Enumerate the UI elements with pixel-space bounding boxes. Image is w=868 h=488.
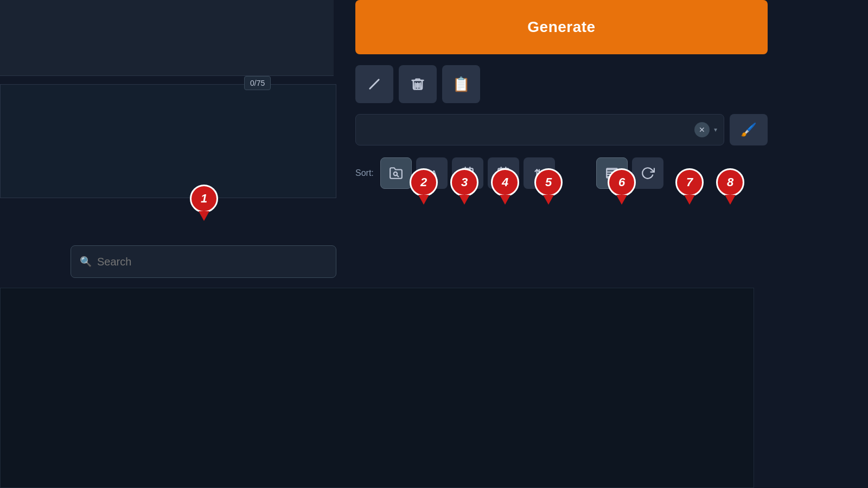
- sort-lines-button[interactable]: [524, 157, 555, 189]
- sort-date-add-button[interactable]: [452, 157, 483, 189]
- right-panel: Generate 📋: [355, 0, 868, 488]
- sort-refresh-button[interactable]: [632, 157, 663, 189]
- edit-button[interactable]: [355, 65, 393, 103]
- sort-label: Sort:: [355, 168, 374, 178]
- left-search-container: 🔍: [71, 245, 336, 278]
- paint-icon: 🖌️: [741, 122, 757, 137]
- svg-line-0: [370, 80, 379, 88]
- search-input[interactable]: [97, 256, 327, 268]
- main-search-row: ✕ ▾ 🖌️: [355, 114, 768, 145]
- pin-1-tail: [199, 211, 209, 221]
- search-icon: 🔍: [80, 256, 92, 268]
- generate-label: Generate: [527, 18, 595, 35]
- counter-badge: 0/75: [244, 76, 271, 90]
- main-search-bar: ✕ ▾: [355, 114, 724, 145]
- sort-outline-button[interactable]: [596, 157, 628, 189]
- toolbar-row: 📋: [355, 65, 480, 103]
- main-search-input[interactable]: [362, 125, 690, 135]
- clipboard-button[interactable]: 📋: [442, 65, 480, 103]
- generate-button[interactable]: Generate: [355, 0, 768, 54]
- sort-row: Sort: ≡A: [355, 157, 663, 189]
- sort-alpha-icon: ≡A: [427, 169, 437, 178]
- clear-search-button[interactable]: ✕: [694, 122, 710, 137]
- sort-date-edit-button[interactable]: [488, 157, 519, 189]
- sort-alpha-button[interactable]: ≡A: [416, 157, 448, 189]
- search-dropdown-icon[interactable]: ▾: [714, 126, 717, 134]
- left-top-panel: [0, 0, 334, 76]
- counter-value: 0/75: [250, 79, 265, 87]
- paint-button[interactable]: 🖌️: [730, 114, 768, 145]
- main-textarea[interactable]: [1, 85, 336, 198]
- sort-folder-button[interactable]: [380, 157, 412, 189]
- textarea-panel: [0, 84, 336, 198]
- delete-button[interactable]: [399, 65, 437, 103]
- svg-line-7: [397, 175, 398, 177]
- clipboard-icon: 📋: [452, 76, 470, 93]
- svg-rect-14: [498, 168, 509, 179]
